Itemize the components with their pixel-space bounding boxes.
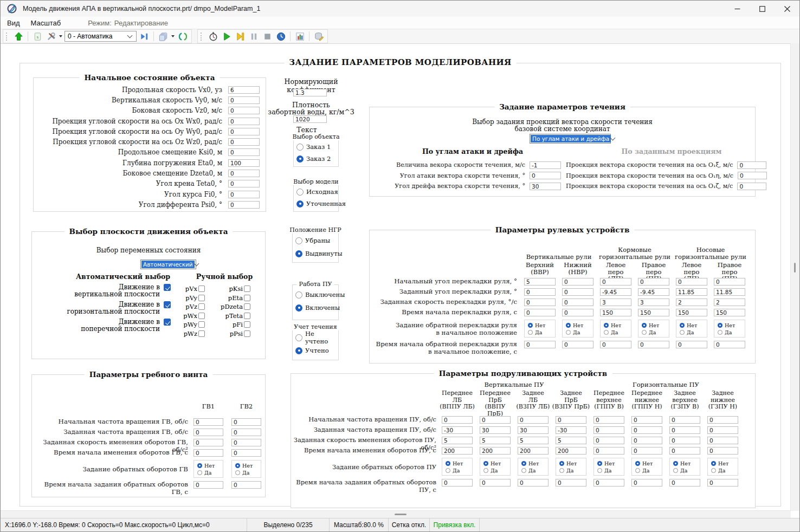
horizontal-scrollbar-thumb[interactable] — [395, 514, 407, 515]
radio-button[interactable] — [635, 468, 640, 473]
radio-button[interactable] — [295, 237, 302, 244]
value-input[interactable] — [518, 426, 549, 434]
value-input[interactable] — [524, 341, 556, 348]
checkbox[interactable] — [198, 321, 205, 328]
radio-option[interactable]: Учтено — [295, 344, 338, 357]
radio-option[interactable]: Нет — [235, 462, 261, 469]
value-input[interactable] — [228, 180, 260, 187]
radio-button[interactable] — [521, 461, 526, 466]
value-input[interactable] — [231, 439, 261, 446]
value-input[interactable] — [562, 309, 593, 316]
value-input[interactable] — [562, 278, 593, 286]
radio-button[interactable] — [528, 323, 533, 328]
value-input[interactable] — [228, 148, 260, 156]
value-input[interactable] — [707, 447, 738, 455]
radio-button[interactable] — [296, 144, 304, 151]
value-input[interactable] — [524, 278, 556, 286]
radio-button[interactable] — [604, 330, 609, 335]
value-input[interactable] — [707, 437, 738, 444]
radio-option[interactable]: Да — [635, 467, 662, 474]
menu-view[interactable]: Вид — [7, 19, 20, 27]
radio-button[interactable] — [197, 463, 202, 468]
value-input[interactable] — [676, 341, 707, 348]
close-button[interactable] — [775, 1, 799, 17]
radio-option[interactable]: Да — [235, 469, 261, 476]
radio-button[interactable] — [680, 323, 685, 328]
radio-button[interactable] — [559, 468, 564, 473]
value-input[interactable] — [669, 437, 700, 444]
value-input[interactable] — [631, 426, 662, 434]
radio-option[interactable]: Нет — [597, 460, 624, 467]
radio-option[interactable]: Выключены — [295, 288, 338, 301]
value-input[interactable] — [193, 449, 223, 457]
radio-option[interactable]: Да — [673, 467, 700, 474]
value-input[interactable] — [480, 437, 511, 444]
vertical-scrollbar-thumb[interactable] — [794, 263, 796, 273]
value-input[interactable] — [676, 299, 707, 306]
radio-option[interactable]: Нет — [604, 322, 631, 329]
checkbox[interactable] — [198, 295, 205, 301]
toolbar-grip[interactable] — [201, 33, 203, 41]
value-input[interactable] — [676, 309, 707, 316]
radio-option[interactable]: Да — [597, 467, 624, 474]
value-input[interactable] — [593, 479, 624, 486]
value-input[interactable] — [228, 86, 260, 94]
radio-option[interactable]: Да — [566, 329, 593, 336]
state-variables-dropdown[interactable]: Автоматический — [140, 259, 196, 269]
radio-button[interactable] — [680, 330, 685, 335]
radio-button[interactable] — [295, 250, 302, 257]
radio-option[interactable]: Нет — [446, 460, 472, 467]
radio-button[interactable] — [296, 200, 304, 207]
step-into-button[interactable] — [138, 30, 150, 42]
radio-button[interactable] — [673, 461, 678, 466]
value-input[interactable] — [737, 183, 766, 190]
density-input[interactable] — [293, 115, 327, 123]
minimize-button[interactable] — [725, 1, 750, 17]
value-input[interactable] — [228, 128, 260, 135]
radio-option[interactable]: Да — [604, 329, 631, 336]
checkbox[interactable] — [198, 313, 205, 319]
value-input[interactable] — [480, 447, 511, 455]
radio-button[interactable] — [483, 461, 488, 466]
value-input[interactable] — [193, 481, 223, 489]
value-input[interactable] — [228, 201, 260, 209]
radio-button[interactable] — [718, 330, 722, 335]
maximize-button[interactable] — [750, 1, 775, 17]
radio-option[interactable]: Да — [559, 467, 586, 474]
radio-button[interactable] — [521, 468, 526, 473]
normalizing-coefficient-input[interactable] — [293, 89, 327, 96]
value-input[interactable] — [593, 437, 624, 444]
value-input[interactable] — [231, 418, 261, 426]
radio-button[interactable] — [295, 334, 302, 341]
value-input[interactable] — [480, 479, 511, 486]
value-input[interactable] — [480, 426, 511, 434]
value-input[interactable] — [638, 299, 669, 306]
radio-button[interactable] — [711, 461, 716, 466]
value-input[interactable] — [556, 416, 586, 424]
value-input[interactable] — [638, 341, 669, 348]
radio-option[interactable]: Да — [446, 467, 472, 474]
value-input[interactable] — [530, 172, 561, 179]
mode-combo[interactable]: 0 - Автоматика — [64, 31, 137, 42]
value-input[interactable] — [556, 437, 586, 444]
radio-option[interactable]: Нет — [528, 322, 555, 329]
value-input[interactable] — [676, 288, 707, 296]
value-input[interactable] — [600, 288, 631, 296]
radio-option[interactable]: Выдвинуты — [295, 247, 338, 260]
value-input[interactable] — [442, 416, 473, 424]
value-input[interactable] — [669, 479, 700, 486]
value-input[interactable] — [707, 426, 738, 434]
value-input[interactable] — [524, 309, 556, 316]
value-input[interactable] — [442, 479, 473, 486]
radio-button[interactable] — [604, 323, 609, 328]
value-input[interactable] — [518, 447, 549, 455]
value-input[interactable] — [231, 429, 261, 436]
radio-option[interactable]: Исходная — [296, 186, 338, 198]
radio-option[interactable]: Уточненная — [296, 198, 338, 210]
value-input[interactable] — [714, 288, 745, 296]
checkbox[interactable] — [164, 284, 171, 291]
checkbox[interactable] — [244, 330, 250, 337]
radio-button[interactable] — [446, 468, 450, 473]
checkbox[interactable] — [164, 301, 171, 308]
value-input[interactable] — [600, 309, 631, 316]
